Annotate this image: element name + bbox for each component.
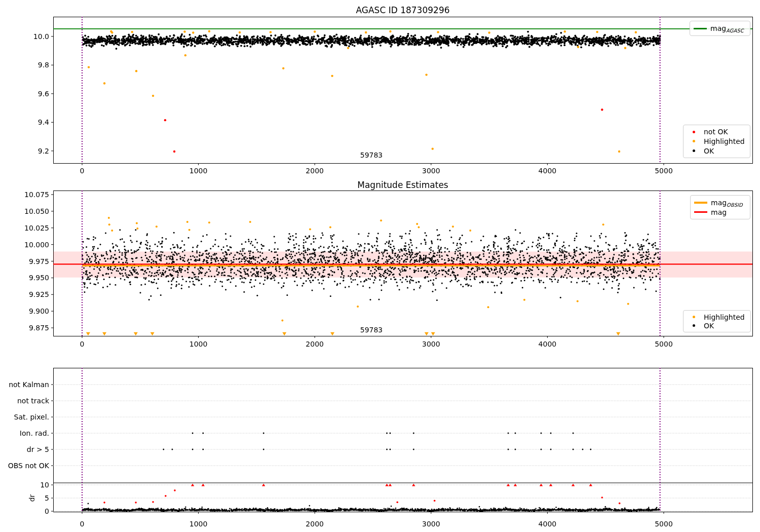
y-tick-label: 9.950 — [4, 274, 49, 281]
y-tick-label: 9.900 — [4, 308, 49, 315]
x-tick-label: 4000 — [539, 520, 557, 527]
x-tick-label: 5000 — [655, 340, 673, 348]
x-tick-label: 2000 — [306, 167, 324, 174]
legend-swatch — [694, 211, 707, 213]
flag-category-label: Sat. pixel. — [4, 413, 49, 421]
dr-tick-label: 10 — [4, 481, 49, 488]
legend-swatch — [687, 149, 700, 152]
legend-swatch — [687, 324, 700, 327]
legend-top-points: not OK Highlighted OK — [683, 125, 750, 158]
legend-label-mag: mag — [711, 208, 727, 216]
x-tick-label: 2000 — [306, 340, 324, 348]
legend-row: OK — [687, 322, 747, 330]
legend-label-mag-obsid: magOBSID — [711, 199, 743, 207]
legend-swatch — [687, 316, 700, 318]
orange-dot-swatch — [693, 316, 695, 318]
y-tick-label: 9.925 — [4, 291, 49, 298]
black-dot-swatch — [693, 149, 695, 152]
legend-swatch — [694, 202, 707, 204]
green-line-swatch — [694, 28, 707, 29]
x-tick-label: 5000 — [655, 167, 673, 174]
red-line-swatch — [694, 211, 707, 213]
legend-row: magAGASC — [694, 24, 746, 32]
x-tick-label: 3000 — [422, 340, 440, 348]
legend-row: not OK — [687, 128, 746, 136]
x-tick-label: 4000 — [539, 167, 557, 174]
legend-label-ok: OK — [704, 322, 714, 330]
legend-row: Highlighted — [687, 137, 746, 145]
legend-swatch — [687, 140, 700, 142]
x-tick-label: 1000 — [189, 340, 208, 348]
x-tick-label: 0 — [80, 520, 85, 527]
x-tick-label: 2000 — [306, 520, 324, 527]
x-tick-label: 4000 — [539, 340, 557, 348]
y-tick-label: 9.8 — [4, 61, 49, 68]
dr-tick-label: 5 — [4, 495, 49, 502]
x-tick-label: 0 — [80, 167, 85, 174]
legend-label-ok: OK — [704, 147, 714, 155]
figure: AGASC ID 187309296 Magnitude Estimates 5… — [0, 0, 760, 532]
y-tick-label: 10.0 — [4, 33, 49, 40]
legend-label-not-ok: not OK — [704, 128, 728, 136]
legend-label-highlighted: Highlighted — [704, 137, 745, 145]
y-tick-label: 10.050 — [4, 208, 49, 215]
y-tick-label: 9.2 — [4, 147, 49, 155]
flag-category-label: not Kalman — [4, 381, 49, 388]
y-tick-label: 9.6 — [4, 90, 49, 97]
top-plot-title: AGASC ID 187309296 — [356, 6, 449, 15]
y-tick-label: 9.4 — [4, 119, 49, 126]
flag-category-label: OBS not OK — [4, 462, 49, 469]
dr-tick-label: 0 — [4, 508, 49, 515]
legend-mid-points: Highlighted OK — [683, 310, 751, 332]
flag-category-label: not track — [4, 397, 49, 404]
y-tick-label: 10.000 — [4, 241, 49, 248]
x-tick-label: 3000 — [422, 520, 440, 527]
flag-category-label: Ion. rad. — [4, 430, 49, 437]
legend-row: OK — [687, 147, 746, 155]
legend-swatch — [694, 28, 707, 29]
legend-mid-lines: magOBSID mag — [690, 195, 750, 219]
x-tick-label: 5000 — [655, 520, 673, 527]
legend-label-mag-agasc: magAGASC — [710, 24, 744, 32]
x-tick-label: 3000 — [422, 167, 440, 174]
y-tick-label: 10.025 — [4, 224, 49, 232]
legend-row: mag — [694, 208, 746, 216]
plots-canvas — [0, 0, 760, 532]
orange-dot-swatch — [693, 140, 695, 142]
black-dot-swatch — [693, 324, 695, 327]
red-dot-swatch — [693, 131, 695, 133]
y-tick-label: 9.975 — [4, 258, 49, 265]
x-tick-label: 1000 — [189, 167, 208, 174]
obsid-annotation-top: 59783 — [360, 151, 383, 159]
legend-row: magOBSID — [694, 199, 746, 207]
flag-category-label: dr > 5 — [4, 446, 49, 453]
x-tick-label: 1000 — [189, 520, 208, 527]
orange-line-swatch — [694, 202, 707, 204]
legend-swatch — [687, 131, 700, 133]
x-tick-label: 0 — [80, 340, 85, 348]
middle-plot-title: Magnitude Estimates — [357, 181, 448, 189]
y-tick-label: 9.875 — [4, 324, 49, 331]
legend-row: Highlighted — [687, 313, 747, 321]
y-tick-label: 10.075 — [4, 191, 49, 198]
legend-label-highlighted: Highlighted — [704, 313, 745, 321]
legend-mag-agasc: magAGASC — [690, 21, 750, 36]
obsid-annotation-middle: 59783 — [360, 326, 383, 333]
